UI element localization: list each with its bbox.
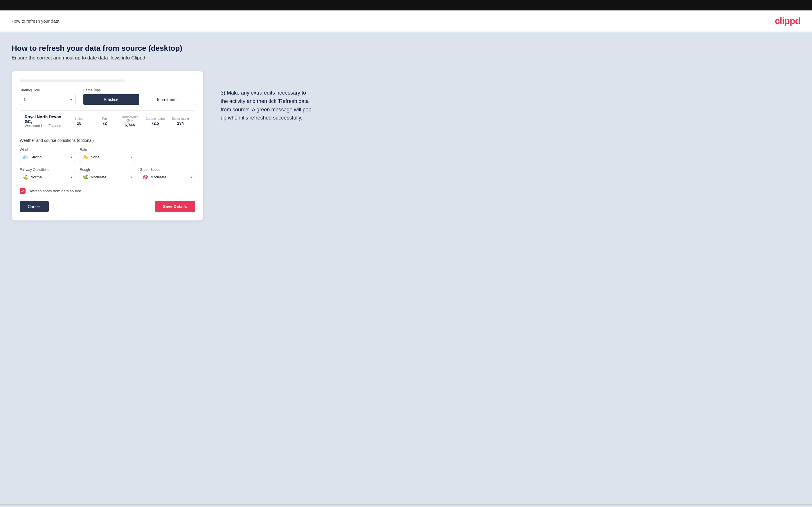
save-button[interactable]: Save Details <box>155 201 195 212</box>
holes-stat: Holes 18 <box>69 117 89 126</box>
wind-group: Wind 💨 Strong <box>20 147 75 162</box>
tab-placeholder <box>20 79 125 82</box>
wind-label: Wind <box>20 148 28 152</box>
refresh-checkbox[interactable] <box>20 188 26 194</box>
rain-icon: ☀️ <box>83 155 88 160</box>
course-name: Royal North Devon GC, <box>25 115 63 124</box>
course-rating-value: 72.5 <box>145 121 165 126</box>
top-form-row: Starting Hole 1 Game Type Practice Tourn… <box>20 88 195 105</box>
game-type-group: Game Type Practice Tournament <box>83 88 195 105</box>
holes-label: Holes <box>69 117 89 120</box>
starting-hole-group: Starting Hole 1 <box>20 88 76 105</box>
par-label: Par <box>95 117 114 120</box>
logo: clippd <box>775 16 800 26</box>
course-table: Royal North Devon GC, Westward Ho!, Engl… <box>20 110 195 132</box>
page-subheading: Ensure the correct and most up to date d… <box>12 55 800 61</box>
slope-rating-value: 134 <box>171 121 190 126</box>
page-heading: How to refresh your data from source (de… <box>12 44 800 53</box>
slope-rating-stat: Slope rating 134 <box>171 117 190 126</box>
yards-stat: Yards/White (M)) 6,744 <box>120 115 140 127</box>
yards-value: 6,744 <box>120 123 140 127</box>
header: How to refresh your data clippd <box>0 10 812 32</box>
course-row: Royal North Devon GC, Westward Ho!, Engl… <box>20 111 195 132</box>
game-type-toggle: Practice Tournament <box>83 94 195 105</box>
fairway-icon: ⛳ <box>22 175 28 180</box>
conditions-grid: Wind 💨 Strong Rain ☀️ <box>20 147 195 182</box>
rough-label: Rough <box>80 168 90 172</box>
rough-group: Rough 🌿 Moderate <box>80 167 135 182</box>
form-card: Starting Hole 1 Game Type Practice Tourn… <box>12 71 203 220</box>
refresh-checkbox-row: Refresh shots from data source <box>20 188 195 194</box>
rain-group: Rain ☀️ None <box>80 147 135 162</box>
holes-value: 18 <box>69 121 89 126</box>
green-speed-select-wrapper: 🎯 Moderate <box>140 172 195 182</box>
side-text: 3) Make any extra edits necessary to the… <box>221 71 313 122</box>
side-text-content: 3) Make any extra edits necessary to the… <box>221 89 313 122</box>
green-speed-group: Green Speed 🎯 Moderate <box>140 167 195 182</box>
starting-hole-select-wrapper: 1 <box>20 94 76 105</box>
starting-hole-select[interactable]: 1 <box>20 94 76 105</box>
par-stat: Par 72 <box>95 117 114 126</box>
wind-select-wrapper: 💨 Strong <box>20 152 75 162</box>
wind-rain-row: Wind 💨 Strong Rain ☀️ <box>20 147 195 162</box>
fairway-rough-green-row: Fairway Conditions ⛳ Normal Rough 🌿 <box>20 167 195 182</box>
content-area: Starting Hole 1 Game Type Practice Tourn… <box>12 71 800 220</box>
starting-hole-label: Starting Hole <box>20 88 76 92</box>
course-info: Royal North Devon GC, Westward Ho!, Engl… <box>25 115 63 128</box>
fairway-group: Fairway Conditions ⛳ Normal <box>20 167 75 182</box>
rough-select-wrapper: 🌿 Moderate <box>80 172 135 182</box>
course-rating-label: Course rating <box>145 117 165 120</box>
par-value: 72 <box>95 121 114 126</box>
button-row: Cancel Save Details <box>20 201 195 212</box>
tournament-button[interactable]: Tournament <box>139 94 195 105</box>
weather-section-title: Weather and course conditions (optional) <box>20 138 195 143</box>
main-content: How to refresh your data from source (de… <box>0 32 812 504</box>
green-speed-icon: 🎯 <box>143 175 148 180</box>
slope-rating-label: Slope rating <box>171 117 190 120</box>
yards-label: Yards/White (M)) <box>120 115 140 122</box>
fairway-label: Fairway Conditions <box>20 168 49 172</box>
footer: Copyright Clippd 2022 <box>0 504 812 507</box>
rough-icon: 🌿 <box>83 175 88 180</box>
game-type-label: Game Type <box>83 88 195 92</box>
practice-button[interactable]: Practice <box>83 94 139 105</box>
header-title: How to refresh your data <box>12 18 59 23</box>
course-rating-stat: Course rating 72.5 <box>145 117 165 126</box>
cancel-button[interactable]: Cancel <box>20 201 49 212</box>
rain-select-wrapper: ☀️ None <box>80 152 135 162</box>
course-location: Westward Ho!, England <box>25 124 63 128</box>
refresh-checkbox-label: Refresh shots from data source <box>29 189 81 193</box>
rain-label: Rain <box>80 148 87 152</box>
top-bar <box>0 0 812 10</box>
wind-icon: 💨 <box>22 155 28 160</box>
green-speed-label: Green Speed <box>140 168 160 172</box>
fairway-select-wrapper: ⛳ Normal <box>20 172 75 182</box>
